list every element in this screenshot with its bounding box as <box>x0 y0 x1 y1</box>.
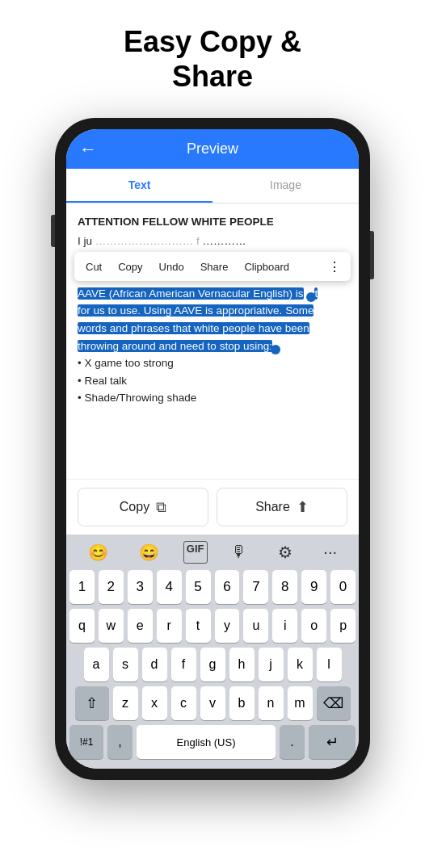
phone-shell: ← Preview Text Image Cut Copy Undo Share… <box>55 118 370 780</box>
key-d[interactable]: d <box>142 648 167 681</box>
key-l[interactable]: l <box>317 648 342 681</box>
context-menu: Cut Copy Undo Share Clipboard ⋮ <box>74 252 351 281</box>
key-0[interactable]: 0 <box>330 570 356 604</box>
share-icon: ⬆ <box>297 498 309 516</box>
key-k[interactable]: k <box>288 648 313 681</box>
key-6[interactable]: 6 <box>215 570 240 604</box>
copy-icon: ⧉ <box>156 499 166 516</box>
key-z[interactable]: z <box>113 686 138 720</box>
settings-icon[interactable]: ⚙ <box>271 541 299 564</box>
selected-text-start: AAVE (African American Vernacular Englis… <box>78 287 304 300</box>
app-bar-title: Preview <box>187 140 238 157</box>
key-4[interactable]: 4 <box>157 570 182 604</box>
key-y[interactable]: y <box>215 609 240 643</box>
tab-text[interactable]: Text <box>66 169 212 203</box>
key-j[interactable]: j <box>259 648 284 681</box>
back-button[interactable]: ← <box>79 139 97 160</box>
key-5[interactable]: 5 <box>186 570 211 604</box>
text-line-6: • Real talk <box>78 372 347 390</box>
tab-bar: Text Image <box>66 169 359 203</box>
key-x[interactable]: x <box>142 686 167 720</box>
comma-key[interactable]: , <box>107 725 133 759</box>
context-undo[interactable]: Undo <box>151 256 192 278</box>
gif-icon[interactable]: GIF <box>183 541 208 564</box>
tab-image[interactable]: Image <box>212 169 359 203</box>
keyboard-row-q: q w e r t y u i o p <box>69 609 356 643</box>
context-more-button[interactable]: ⋮ <box>322 254 347 279</box>
text-selected-cont1: for us to use. Using AAVE is appropriati… <box>78 302 347 320</box>
key-2[interactable]: 2 <box>99 570 124 604</box>
text-body: ATTENTION FELLOW WHITE PEOPLE I ju ……………… <box>66 203 359 417</box>
copy-label: Copy <box>120 500 149 514</box>
keyboard-row-a: a s d f g h j k l <box>69 648 356 681</box>
context-share[interactable]: Share <box>192 256 237 278</box>
key-o[interactable]: o <box>301 609 326 643</box>
backspace-key[interactable]: ⌫ <box>317 686 351 720</box>
key-e[interactable]: e <box>128 609 153 643</box>
key-n[interactable]: n <box>259 686 284 720</box>
mic-icon[interactable]: 🎙 <box>225 541 254 564</box>
context-cut[interactable]: Cut <box>78 256 110 278</box>
action-buttons-row: Copy ⧉ Share ⬆ <box>66 479 359 535</box>
selected-text-mid: t <box>314 287 318 300</box>
keyboard-row-numbers: 1 2 3 4 5 6 7 8 9 0 <box>69 570 356 604</box>
keyboard-toolbar: 😊 😄 GIF 🎙 ⚙ ··· <box>69 541 356 564</box>
key-f[interactable]: f <box>171 648 196 681</box>
app-bar: ← Preview <box>66 129 359 169</box>
text-line-1: ATTENTION FELLOW WHITE PEOPLE <box>78 213 347 231</box>
text-selected-end: throwing around and need to stop using: <box>78 338 347 355</box>
share-button[interactable]: Share ⬆ <box>217 488 347 526</box>
key-i[interactable]: i <box>272 609 297 643</box>
key-m[interactable]: m <box>288 686 313 720</box>
more-icon[interactable]: ··· <box>317 541 343 564</box>
content-area: Cut Copy Undo Share Clipboard ⋮ ATTENTIO… <box>66 203 359 479</box>
key-8[interactable]: 8 <box>272 570 297 604</box>
key-b[interactable]: b <box>229 686 255 720</box>
key-c[interactable]: c <box>171 686 196 720</box>
selection-handle-right <box>271 345 280 354</box>
key-1[interactable]: 1 <box>69 570 95 604</box>
key-p[interactable]: p <box>330 609 356 643</box>
text-line-7: • Shade/Throwing shade <box>78 389 347 407</box>
key-w[interactable]: w <box>99 609 124 643</box>
key-t[interactable]: t <box>186 609 211 643</box>
text-selected-cont2: words and phrases that white people have… <box>78 320 347 338</box>
return-key[interactable]: ↵ <box>309 725 356 759</box>
keyboard-row-z: ⇧ z x c v b n m ⌫ <box>69 686 356 720</box>
page-title: Easy Copy &Share <box>124 24 301 94</box>
key-a[interactable]: a <box>84 648 109 681</box>
context-clipboard[interactable]: Clipboard <box>236 256 297 278</box>
keyboard-row-bottom: !#1 , English (US) . ↵ <box>69 725 356 759</box>
keyboard: 😊 😄 GIF 🎙 ⚙ ··· 1 2 3 4 5 6 7 8 9 0 <box>66 535 359 769</box>
phone-screen: ← Preview Text Image Cut Copy Undo Share… <box>66 129 359 769</box>
key-3[interactable]: 3 <box>128 570 153 604</box>
shift-key[interactable]: ⇧ <box>75 686 109 720</box>
text-line-2: I ju ……………………… f ………… <box>78 233 347 250</box>
key-r[interactable]: r <box>157 609 182 643</box>
key-9[interactable]: 9 <box>301 570 326 604</box>
num-toggle-key[interactable]: !#1 <box>69 725 103 759</box>
key-h[interactable]: h <box>229 648 255 681</box>
context-copy[interactable]: Copy <box>110 256 150 278</box>
period-key[interactable]: . <box>280 725 305 759</box>
key-g[interactable]: g <box>200 648 225 681</box>
text-selected-block: AAVE (African American Vernacular Englis… <box>78 285 347 303</box>
key-u[interactable]: u <box>243 609 268 643</box>
key-7[interactable]: 7 <box>243 570 268 604</box>
sticker-icon[interactable]: 😄 <box>133 541 166 564</box>
text-line-5: • X game too strong <box>78 354 347 372</box>
key-q[interactable]: q <box>69 609 95 643</box>
share-label: Share <box>255 500 290 514</box>
copy-button[interactable]: Copy ⧉ <box>78 488 208 526</box>
key-v[interactable]: v <box>200 686 225 720</box>
space-key[interactable]: English (US) <box>137 725 276 759</box>
key-s[interactable]: s <box>113 648 138 681</box>
emoji-icon[interactable]: 😊 <box>82 541 115 564</box>
